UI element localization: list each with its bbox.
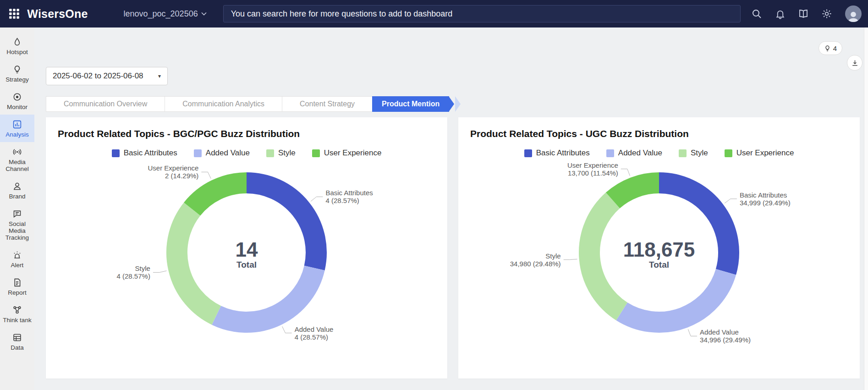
notifications-bell-icon[interactable]	[774, 8, 786, 20]
scrollbar-track[interactable]	[864, 27, 868, 390]
legend-label: User Experience	[324, 148, 382, 158]
apps-grid-icon[interactable]	[7, 7, 21, 21]
legend-swatch	[266, 149, 274, 157]
slice-label-name: Added Value	[700, 328, 739, 336]
donut-chart[interactable]: Basic Attributes4 (28.57%)Added Value4 (…	[46, 159, 447, 371]
legend-item-added-value[interactable]: Added Value	[194, 148, 250, 158]
topbar: WisersOne lenovo_poc_202506	[0, 0, 868, 27]
legend-item-basic-attributes[interactable]: Basic Attributes	[112, 148, 177, 158]
slice-label-value: 4 (28.57%)	[117, 272, 150, 280]
search-input[interactable]	[224, 5, 740, 22]
legend-item-added-value[interactable]: Added Value	[606, 148, 662, 158]
settings-gear-icon[interactable]	[821, 8, 833, 20]
caret-down-icon: ▾	[158, 73, 161, 79]
active-tab-arrow-icon	[449, 96, 454, 112]
sidebar-item-label: Data	[11, 344, 24, 351]
tab-bar: Communication Overview Communication Ana…	[46, 96, 860, 112]
sidebar-item-brand[interactable]: Brand	[0, 176, 34, 204]
user-avatar[interactable]	[845, 5, 862, 22]
hotspot-icon	[12, 37, 22, 47]
label-leader-line	[311, 197, 323, 201]
donut-slice[interactable]	[216, 268, 314, 322]
tab-content-strategy[interactable]: Content Strategy	[282, 96, 373, 112]
date-range-selector[interactable]: 2025-06-02 to 2025-06-08 ▾	[46, 67, 168, 85]
search-icon[interactable]	[751, 8, 763, 20]
slice-label-value: 13,700 (11.54%)	[568, 169, 618, 177]
donut-total-value: 118,675	[623, 238, 695, 261]
sidebar-item-label: Strategy	[5, 76, 28, 83]
sidebar-item-strategy[interactable]: Strategy	[0, 60, 34, 87]
search-box[interactable]	[223, 5, 741, 22]
brand-icon	[12, 181, 22, 191]
legend-swatch	[194, 149, 202, 157]
slice-label-value: 4 (28.57%)	[295, 333, 328, 341]
sidebar-item-alert[interactable]: Alert	[0, 245, 34, 273]
chevron-down-icon	[201, 12, 207, 16]
slice-label-name: User Experience	[148, 164, 198, 172]
analysis-icon	[12, 120, 22, 129]
label-leader-line	[688, 329, 697, 336]
report-icon	[12, 278, 22, 287]
sidebar-item-label: Hotspot	[6, 49, 28, 55]
legend-item-user-experience[interactable]: User Experience	[725, 148, 794, 158]
sidebar-item-data[interactable]: Data	[0, 328, 34, 355]
sidebar-item-label: Analysis	[5, 131, 28, 138]
legend-item-basic-attributes[interactable]: Basic Attributes	[524, 148, 590, 158]
chart-card-bgc-pgc: Product Related Topics - BGC/PGC Buzz Di…	[46, 117, 447, 379]
main-content: 4 2025-06-02 to 2025-06-08 ▾ Communicati…	[34, 27, 868, 390]
legend-item-style[interactable]: Style	[266, 148, 296, 158]
slice-label-name: Basic Attributes	[325, 189, 373, 197]
download-icon	[851, 59, 859, 67]
donut-chart[interactable]: Basic Attributes34,999 (29.49%)Added Val…	[458, 159, 860, 371]
active-tab-arrow-shadow-icon	[455, 96, 461, 112]
sidebar-item-think-tank[interactable]: Think tank	[0, 300, 34, 328]
sidebar-item-media-channel[interactable]: Media Channel	[0, 142, 34, 176]
download-button[interactable]	[847, 55, 863, 71]
sidebar-item-label: Monitor	[7, 104, 27, 110]
legend-item-user-experience[interactable]: User Experience	[312, 148, 382, 158]
media-channel-icon	[12, 147, 22, 157]
workspace-selector[interactable]: lenovo_poc_202506	[124, 9, 207, 19]
knowledge-book-icon[interactable]	[797, 8, 809, 20]
legend-label: Style	[691, 148, 708, 158]
chart-legend: Basic Attributes Added Value Style User …	[46, 148, 447, 158]
sidebar-item-analysis[interactable]: Analysis	[0, 115, 34, 142]
workspace-name: lenovo_poc_202506	[124, 9, 198, 19]
legend-label: Style	[278, 148, 296, 158]
donut-slice[interactable]	[177, 209, 216, 315]
sidebar-item-label: Alert	[11, 262, 24, 269]
think-tank-icon	[12, 305, 22, 315]
legend-label: Added Value	[206, 148, 250, 158]
donut-slice[interactable]	[589, 200, 622, 311]
label-leader-line	[282, 326, 292, 333]
donut-slice[interactable]	[192, 183, 247, 209]
donut-slice[interactable]	[622, 272, 726, 322]
sidebar-item-hotspot[interactable]: Hotspot	[0, 32, 34, 60]
tab-communication-analytics[interactable]: Communication Analytics	[165, 96, 282, 112]
legend-swatch	[679, 149, 687, 157]
lightbulb-icon	[824, 45, 831, 52]
chart-cards: Product Related Topics - BGC/PGC Buzz Di…	[46, 117, 860, 379]
legend-label: Basic Attributes	[536, 148, 590, 158]
donut-slice[interactable]	[613, 183, 659, 200]
strategy-icon	[12, 65, 22, 74]
label-leader-line	[564, 259, 577, 259]
brand-logo[interactable]: WisersOne	[27, 7, 88, 21]
slice-label-name: Style	[135, 264, 150, 272]
alert-icon	[12, 250, 22, 260]
sidebar-item-label: Social Media Tracking	[1, 220, 33, 241]
sidebar-item-social-media-tracking[interactable]: Social Media Tracking	[0, 204, 34, 245]
tab-communication-overview[interactable]: Communication Overview	[46, 96, 165, 112]
sidebar-item-monitor[interactable]: Monitor	[0, 87, 34, 115]
tab-product-mention[interactable]: Product Mention	[372, 96, 449, 112]
label-leader-line	[621, 169, 630, 176]
legend-label: User Experience	[736, 148, 794, 158]
sidebar-item-report[interactable]: Report	[0, 273, 34, 300]
insight-count-pill[interactable]: 4	[819, 41, 842, 55]
slice-label-value: 2 (14.29%)	[165, 172, 198, 180]
legend-item-style[interactable]: Style	[679, 148, 708, 158]
data-icon	[12, 333, 22, 342]
insight-count: 4	[833, 44, 837, 52]
label-leader-line	[153, 271, 167, 273]
label-leader-line	[201, 172, 211, 178]
